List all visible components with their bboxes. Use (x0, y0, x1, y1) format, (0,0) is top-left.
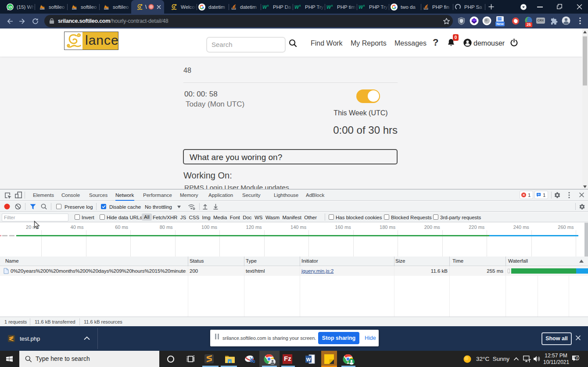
svg-text:3: 3 (267, 4, 269, 7)
svg-text:15: 15 (8, 5, 12, 9)
svg-text:3: 3 (331, 4, 333, 7)
svg-text:W: W (306, 357, 311, 362)
svg-text:3: 3 (299, 4, 301, 7)
svg-text:3: 3 (363, 4, 365, 7)
